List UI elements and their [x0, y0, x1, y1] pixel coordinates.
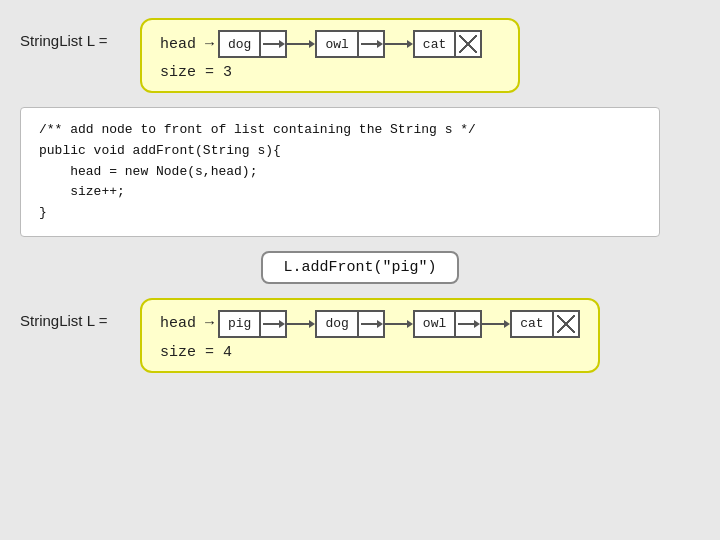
bottom-node-cat-value: cat [512, 312, 553, 336]
code-block: /** add node to front of list containing… [20, 107, 660, 237]
bottom-arrow-owl-cat-icon [482, 316, 510, 332]
bottom-node-pig-next [261, 312, 285, 336]
bottom-node-owl-value: owl [415, 312, 456, 336]
bottom-node-dog-value: dog [317, 312, 358, 336]
top-stringlist-section: StringList L = head → dog [20, 18, 700, 93]
bottom-node-pig: pig [218, 310, 287, 338]
top-arrow-owl-cat-icon [385, 36, 413, 52]
svg-marker-13 [377, 320, 383, 328]
top-stringlist-label: StringList L = [20, 18, 140, 49]
bottom-node-dog-next [359, 312, 383, 336]
main-container: StringList L = head → dog [0, 0, 720, 540]
top-yellow-box: head → dog [140, 18, 520, 93]
bottom-linked-list-row: head → pig [160, 310, 580, 338]
bottom-arrow-dog-owl-icon [385, 316, 413, 332]
svg-marker-1 [279, 40, 285, 48]
bottom-head-label: head → [160, 315, 214, 332]
call-label-container: L.addFront("pig") [20, 251, 700, 284]
bottom-stringlist-label: StringList L = [20, 298, 140, 329]
top-size-label: size = 3 [160, 64, 500, 81]
bottom-node-owl-next [456, 312, 480, 336]
top-node-cat-null [456, 32, 480, 56]
bottom-node-cat: cat [510, 310, 579, 338]
top-linked-list-row: head → dog [160, 30, 500, 58]
bottom-node-dog-arrow-icon [359, 316, 383, 332]
svg-marker-9 [279, 320, 285, 328]
top-node-dog-value: dog [220, 32, 261, 56]
top-node-dog-next [261, 32, 285, 56]
svg-marker-5 [377, 40, 383, 48]
call-label: L.addFront("pig") [261, 251, 458, 284]
svg-marker-17 [474, 320, 480, 328]
top-node-dog: dog [218, 30, 287, 58]
top-node-owl-next [359, 32, 383, 56]
top-node-owl-value: owl [317, 32, 358, 56]
bottom-node-cat-null [554, 312, 578, 336]
top-node-owl-arrow-icon [359, 36, 383, 52]
bottom-arrow-pig-dog-icon [287, 316, 315, 332]
top-node-dog-arrow-icon [261, 36, 285, 52]
top-node-owl: owl [315, 30, 384, 58]
bottom-stringlist-section: StringList L = head → pig [20, 298, 700, 373]
bottom-node-pig-arrow-icon [261, 316, 285, 332]
top-arrow-dog-owl-icon [287, 36, 315, 52]
top-node-cat: cat [413, 30, 482, 58]
bottom-size-label: size = 4 [160, 344, 580, 361]
top-node-cat-value: cat [415, 32, 456, 56]
bottom-node-dog: dog [315, 310, 384, 338]
top-head-label: head → [160, 36, 214, 53]
bottom-yellow-box: head → pig [140, 298, 600, 373]
bottom-node-owl: owl [413, 310, 482, 338]
bottom-node-pig-value: pig [220, 312, 261, 336]
bottom-node-owl-arrow-icon [456, 316, 480, 332]
